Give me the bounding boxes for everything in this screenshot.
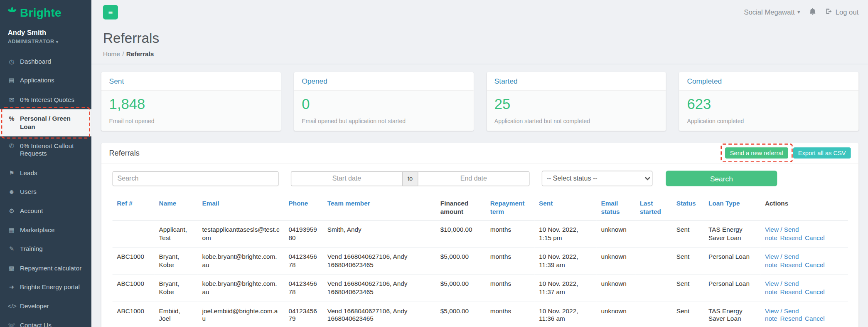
table-row: ABC1000Bryant, Kobekobe.bryant@brighte.c… [113,247,848,274]
column-header-status[interactable]: Status [672,195,704,220]
sidebar-item-repayment-calculator[interactable]: ▩Repayment calculator [0,258,91,277]
cell-last-started [635,220,672,247]
panel-actions: Send a new referral Export all as CSV [725,147,851,159]
sidebar-item-label: Marketplace [20,226,55,234]
search-button[interactable]: Search [666,171,777,186]
cell-name: Embiid, Joel [155,302,198,327]
chevron-down-icon: ▾ [797,10,800,15]
notifications-bell-icon[interactable] [809,7,817,17]
cell-phone: 0412345679 [284,302,323,327]
column-header-phone[interactable]: Phone [284,195,323,220]
action-resend[interactable]: Resend [780,234,802,241]
action-cancel[interactable]: Cancel [805,261,825,268]
column-header-last-started[interactable]: Last started [635,195,672,220]
user-role-dropdown[interactable]: ADMINISTRATOR ▾ [8,38,84,45]
column-header-email[interactable]: Email [198,195,284,220]
column-header-sent[interactable]: Sent [534,195,596,220]
app-window: Brighte Andy Smith ADMINISTRATOR ▾ ◷Dash… [0,0,868,327]
sidebar-item-training[interactable]: ✎Training [0,240,91,259]
stat-card-description: Email opened but application not started [302,117,465,124]
column-header-actions: Actions [760,195,848,220]
cell-term: months [486,247,534,274]
logout-button[interactable]: Log out [826,8,859,17]
cell-team: Vend 1668040627106, Andy 1668040623465 [323,275,436,302]
breadcrumb-home-link[interactable]: Home [103,50,120,57]
cell-sent: 10 Nov. 2022, 11:39 am [534,247,596,274]
cell-email-status: unknown [597,275,635,302]
sidebar-item-label: Repayment calculator [20,264,81,272]
column-header-loan-type[interactable]: Loan Type [704,195,760,220]
account-dropdown[interactable]: Social Megawatt ▾ [744,8,800,16]
status-select[interactable]: -- Select status -- [542,171,653,186]
cell-last-started [635,275,672,302]
column-header-repayment-term[interactable]: Repayment term [486,195,534,220]
stat-card-body: 25Application started but not completed [487,91,666,131]
cell-actions: View / Send noteResendCancel [760,220,848,247]
column-header-team-member[interactable]: Team member [323,195,436,220]
sidebar-item-marketplace[interactable]: ▦Marketplace [0,220,91,240]
search-input[interactable] [113,171,279,186]
sidebar-item-label: Contact Us [20,321,52,327]
sidebar-item-users[interactable]: ☻Users [0,182,91,201]
start-date-input[interactable] [291,171,403,186]
cell-actions: View / Send noteResendCancel [760,247,848,274]
content: Sent1,848Email not openedOpened0Email op… [91,64,868,327]
cell-phone: 0412345678 [284,247,323,274]
stat-card-title: Opened [294,72,474,91]
cell-actions: View / Send noteResendCancel [760,275,848,302]
sidebar-item-dashboard[interactable]: ◷Dashboard [0,52,91,71]
export-csv-button[interactable]: Export all as CSV [793,147,851,159]
cell-email: kobe.bryant@brighte.com.au [198,247,284,274]
cell-status: Sent [672,220,704,247]
end-date-input[interactable] [418,171,529,186]
cell-loan-type: TAS Energy Saver Loan [704,220,760,247]
cell-status: Sent [672,302,704,327]
sidebar: Brighte Andy Smith ADMINISTRATOR ▾ ◷Dash… [0,0,91,327]
calculator-icon: ▩ [8,264,16,272]
cell-sent: 10 Nov. 2022, 11:37 am [534,275,596,302]
navbar-right: Social Megawatt ▾ [744,7,858,17]
cell-team: Vend 1668040627106, Andy 1668040623465 [323,302,436,327]
sidebar-item-label: 0% Interest Callout Requests [20,142,87,158]
sidebar-item-developer[interactable]: </>Developer [0,297,91,316]
action-resend[interactable]: Resend [780,288,802,295]
sidebar-item-personal-green-loan[interactable]: %Personal / Green Loan [0,109,91,136]
cell-name: Applicant, Test [155,220,198,247]
action-cancel[interactable]: Cancel [805,234,825,241]
stat-card-title: Sent [101,72,281,91]
column-header-email-status[interactable]: Email status [597,195,635,220]
column-header-ref[interactable]: Ref # [113,195,155,220]
referrals-panel: Referrals Send a new referral Export all… [101,143,858,327]
action-cancel[interactable]: Cancel [805,288,825,295]
cell-amount: $10,000.00 [436,220,486,247]
sidebar-item-label: Training [20,245,43,253]
cell-last-started [635,247,672,274]
brighte-logo[interactable]: Brighte [0,0,91,25]
sidebar-item-account[interactable]: ⚙Account [0,201,91,220]
send-new-referral-button[interactable]: Send a new referral [725,147,788,159]
sidebar-item-applications[interactable]: ▤Applications [0,71,91,90]
sidebar-item-leads[interactable]: ⚑Leads [0,163,91,182]
cell-term: months [486,220,534,247]
cell-email-status: unknown [597,302,635,327]
action-resend[interactable]: Resend [780,316,802,322]
dashboard-icon: ◷ [8,58,16,66]
sidebar-item-contact-us[interactable]: ☏Contact Us [0,316,91,327]
action-cancel[interactable]: Cancel [805,316,825,322]
sidebar-item-label: Brighte Energy portal [20,283,80,291]
leads-icon: ⚑ [8,169,16,177]
breadcrumb-separator: / [122,50,124,57]
stat-card-value: 25 [494,96,658,113]
menu-toggle-button[interactable]: ≡ [103,5,118,20]
percent-icon: % [8,115,16,123]
action-resend[interactable]: Resend [780,261,802,268]
sidebar-item-callout-requests[interactable]: ✆0% Interest Callout Requests [0,136,91,164]
stat-card-started: Started25Application started but not com… [487,72,666,131]
cell-ref: ABC1000 [113,275,155,302]
sidebar-item-interest-quotes[interactable]: ✉0% Interest Quotes [0,90,91,109]
sidebar-item-energy-portal[interactable]: ➜Brighte Energy portal [0,277,91,297]
sidebar-item-label: Applications [20,77,54,84]
cell-sent: 10 Nov. 2022, 1:15 pm [534,220,596,247]
column-header-name[interactable]: Name [155,195,198,220]
stat-card-sent: Sent1,848Email not opened [101,72,281,131]
